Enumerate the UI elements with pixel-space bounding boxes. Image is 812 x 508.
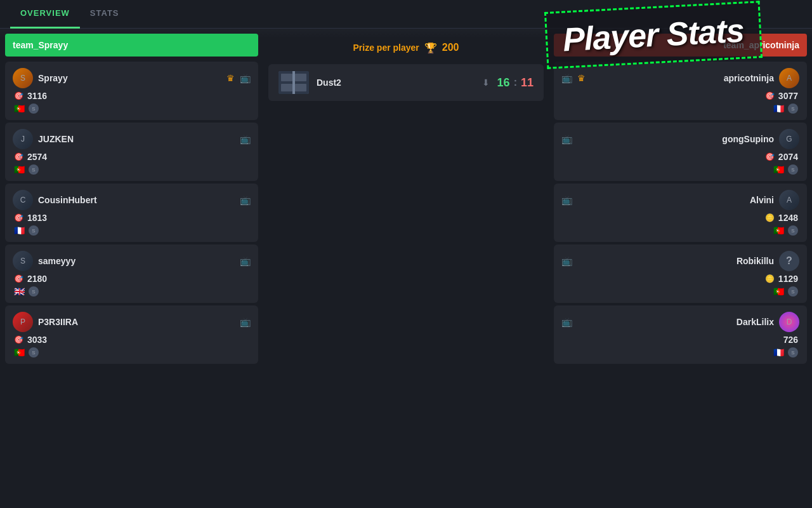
team-left-column: team_Sprayy S Sprayy ♛ 📺 🎯 3116 🇵🇹 S J (0, 29, 263, 508)
svg-rect-1 (281, 74, 292, 81)
tv-icon-juzken: 📺 (240, 134, 251, 144)
player-name-apricotninja: apricotninja (591, 73, 774, 83)
player-card-darklilix: D DarkLilix 📺 726 S 🇫🇷 (554, 305, 807, 364)
player-card-apricotninja: A apricotninja ♛ 📺 3077 🎯 S 🇫🇷 (554, 62, 807, 120)
coin-icon-alvini: 🪙 (765, 213, 775, 222)
svg-rect-5 (292, 71, 295, 94)
avatar-robikillu: ? (779, 251, 799, 271)
player-name-sprayy: Sprayy (38, 73, 221, 83)
avatar-sameyyy: S (13, 251, 33, 271)
flag-darklilix: 🇫🇷 (773, 347, 784, 358)
steam-icon-juzken: S (29, 164, 39, 175)
map-thumbnail (278, 71, 309, 94)
prize-value: 200 (442, 42, 459, 53)
flag-robikillu: 🇵🇹 (773, 286, 784, 297)
prize-row: Prize per player 🏆 200 (353, 34, 459, 62)
player-name-alvini: Alvini (577, 195, 774, 205)
avatar-apricotninja: A (779, 68, 799, 88)
player-score-robikillu: 1129 (778, 274, 798, 284)
player-score-alvini: 1248 (778, 213, 798, 223)
prize-label: Prize per player (353, 43, 419, 53)
player-score-sameyyy: 2180 (27, 274, 47, 284)
flag-alvini: 🇵🇹 (773, 225, 784, 236)
flag-juzken: 🇵🇹 (14, 164, 25, 175)
player-name-sameyyy: sameyyy (38, 256, 235, 266)
avatar-darklilix: D (779, 312, 799, 332)
steam-icon-p3r3iira: S (29, 347, 39, 358)
flag-sameyyy: 🇬🇧 (14, 286, 25, 297)
player-score-apricotninja: 3077 (778, 91, 798, 101)
avatar-alvini: A (779, 190, 799, 210)
player-card-juzken: J JUZKEN 📺 🎯 2574 🇵🇹 S (5, 123, 258, 181)
player-score-sprayy: 3116 (27, 91, 47, 101)
player-name-cousinhubert: CousinHubert (38, 195, 235, 205)
player-name-darklilix: DarkLilix (577, 317, 774, 327)
crown-icon-apricotninja: ♛ (577, 73, 586, 83)
prize-icon: 🏆 (424, 42, 437, 54)
steam-icon-cousinhubert: S (29, 225, 39, 236)
player-card-sprayy: S Sprayy ♛ 📺 🎯 3116 🇵🇹 S (5, 62, 258, 120)
score-icon-cousinhubert: 🎯 (14, 213, 23, 222)
steam-icon-sprayy: S (29, 104, 39, 114)
steam-icon-apricotninja: S (788, 104, 798, 114)
tv-icon-alvini: 📺 (561, 195, 572, 205)
steam-icon-sameyyy: S (29, 286, 39, 297)
flag-gongsupino: 🇵🇹 (773, 164, 784, 175)
steam-icon-gongsupino: S (788, 164, 798, 175)
score-right: 11 (521, 76, 534, 90)
player-name-robikillu: Robikillu (577, 256, 774, 266)
player-card-alvini: A Alvini 📺 1248 🪙 S 🇵🇹 (554, 184, 807, 242)
coin-icon-robikillu: 🪙 (765, 274, 775, 283)
flag-cousinhubert: 🇫🇷 (14, 225, 25, 236)
flag-apricotninja: 🇫🇷 (773, 104, 784, 114)
svg-rect-2 (295, 74, 306, 81)
player-card-cousinhubert: C CousinHubert 📺 🎯 1813 🇫🇷 S (5, 184, 258, 242)
player-score-juzken: 2574 (27, 152, 47, 162)
score-icon-p3r3iira: 🎯 (14, 335, 23, 344)
map-card: Dust2 ⬇ 16 : 11 (268, 64, 544, 101)
steam-icon-alvini: S (788, 225, 798, 236)
player-card-gongsupino: G gongSupino 📺 2074 🎯 S 🇵🇹 (554, 123, 807, 181)
tv-icon-sameyyy: 📺 (240, 256, 251, 266)
player-score-p3r3iira: 3033 (27, 335, 47, 345)
tv-icon-darklilix: 📺 (561, 317, 572, 327)
player-stats-overlay: Player Stats (544, 1, 763, 69)
player-card-p3r3iira: P P3R3IIRA 📺 🎯 3033 🇵🇹 S (5, 305, 258, 364)
tv-icon-apricotninja: 📺 (561, 73, 572, 83)
avatar-cousinhubert: C (13, 190, 33, 210)
avatar-gongsupino: G (779, 129, 799, 149)
score-icon-gongsupino: 🎯 (765, 152, 775, 161)
flag-p3r3iira: 🇵🇹 (14, 347, 25, 358)
player-stats-text: Player Stats (562, 12, 745, 58)
score-icon-apricotninja: 🎯 (765, 91, 775, 100)
svg-rect-3 (281, 84, 292, 91)
score-separator: : (514, 77, 517, 88)
main-content: team_Sprayy S Sprayy ♛ 📺 🎯 3116 🇵🇹 S J (0, 29, 812, 508)
tv-icon-sprayy: 📺 (240, 73, 251, 83)
tv-icon-p3r3iira: 📺 (240, 317, 251, 327)
map-name: Dust2 (317, 77, 475, 88)
player-card-sameyyy: S sameyyy 📺 🎯 2180 🇬🇧 S (5, 244, 258, 303)
player-name-p3r3iira: P3R3IIRA (38, 317, 235, 327)
tv-icon-robikillu: 📺 (561, 256, 572, 266)
steam-icon-darklilix: S (788, 347, 798, 358)
player-score-darklilix: 726 (783, 335, 798, 345)
player-name-gongsupino: gongSupino (577, 134, 774, 144)
player-score-cousinhubert: 1813 (27, 213, 47, 223)
team-left-name: team_Sprayy (13, 40, 68, 50)
team-left-header: team_Sprayy (5, 34, 258, 57)
avatar-juzken: J (13, 129, 33, 149)
tab-stats[interactable]: STATS (80, 0, 129, 29)
tv-icon-cousinhubert: 📺 (240, 195, 251, 205)
score-icon-juzken: 🎯 (14, 152, 23, 161)
score-left: 16 (497, 76, 510, 90)
player-name-juzken: JUZKEN (38, 134, 235, 144)
team-right-column: team_apricotninja A apricotninja ♛ 📺 307… (549, 29, 812, 508)
tab-overview[interactable]: OVERVIEW (10, 0, 80, 29)
map-download-icon[interactable]: ⬇ (482, 77, 490, 88)
player-score-gongsupino: 2074 (778, 152, 798, 162)
steam-icon-robikillu: S (788, 286, 798, 297)
score-display: 16 : 11 (497, 76, 534, 90)
svg-rect-4 (295, 84, 306, 91)
map-thumbnail-inner (278, 71, 309, 94)
